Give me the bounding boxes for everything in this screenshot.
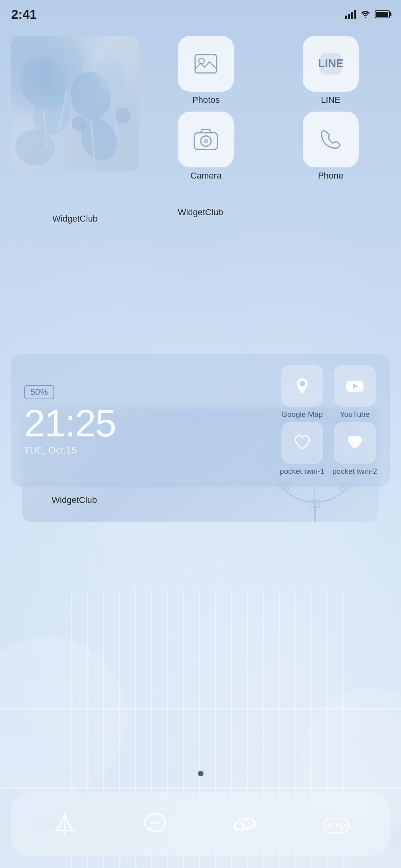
right-app-grid: Photos LINE LINE <box>147 36 390 181</box>
google-map-icon-widget[interactable] <box>281 365 323 407</box>
svg-text:LINE: LINE <box>318 57 344 69</box>
widgetclub-medium-label: WidgetClub <box>11 207 390 218</box>
dock-item-messages[interactable] <box>135 804 175 844</box>
page-dot-1 <box>198 771 203 776</box>
google-map-label: Google Map <box>281 410 323 419</box>
svg-rect-36 <box>195 55 217 73</box>
battery-icon <box>375 10 390 18</box>
clock-display: 21:25 <box>24 404 272 442</box>
time-widget-section: 50% 21:25 TUE, Oct.15 Google Map <box>11 354 390 505</box>
battery-percent-badge: 50% <box>24 385 54 399</box>
camera-icon <box>192 126 220 153</box>
youtube-icon-widget[interactable] <box>334 365 376 407</box>
line-icon: LINE <box>317 50 345 78</box>
svg-point-42 <box>203 139 208 143</box>
svg-point-68 <box>157 821 160 824</box>
phone-app-label: Phone <box>318 171 344 181</box>
app-item-photos[interactable]: Photos <box>147 36 265 105</box>
svg-point-35 <box>115 108 131 124</box>
svg-point-66 <box>150 821 153 824</box>
widgetclub-top-widget[interactable]: WidgetClub <box>11 36 139 171</box>
time-widget-card[interactable]: 50% 21:25 TUE, Oct.15 Google Map <box>11 354 390 487</box>
svg-point-58 <box>299 381 305 387</box>
wifi-icon <box>360 10 371 18</box>
svg-line-62 <box>57 821 62 831</box>
line-app-label: LINE <box>321 95 340 105</box>
messages-icon <box>141 810 170 839</box>
top-apps-section: WidgetClub Photos LINE <box>0 36 401 181</box>
svg-point-20 <box>365 17 366 18</box>
heart-outline-icon <box>291 432 313 454</box>
status-bar: 2:41 <box>0 0 401 24</box>
date-display: TUE, Oct.15 <box>24 445 272 456</box>
pocket-twin1-label: pocket twin-1 <box>280 467 324 476</box>
line-app-icon[interactable]: LINE <box>303 36 359 92</box>
pocket-twin2-icon-widget[interactable] <box>334 422 376 464</box>
camera-app-icon[interactable] <box>178 112 234 167</box>
svg-point-75 <box>340 822 343 825</box>
svg-point-34 <box>53 94 65 105</box>
page-indicator <box>0 771 401 776</box>
svg-point-78 <box>336 824 339 827</box>
phone-app-icon[interactable] <box>303 112 359 167</box>
widgetclub-bottom-label: WidgetClub <box>11 495 137 505</box>
pocket-twin1-icon-widget[interactable] <box>281 422 323 464</box>
svg-point-37 <box>199 58 204 64</box>
photos-app-icon[interactable] <box>178 36 234 92</box>
time-col: 50% 21:25 TUE, Oct.15 <box>24 385 272 456</box>
svg-line-32 <box>27 165 35 171</box>
photos-icon <box>192 50 220 78</box>
youtube-label: YouTube <box>340 410 370 419</box>
signal-icon <box>345 10 356 19</box>
heart-filled-icon <box>344 432 366 454</box>
app-col-right: YouTube pocket twin-2 <box>332 365 377 476</box>
appstore-icon <box>50 810 79 839</box>
dock-item-weather[interactable] <box>226 804 266 844</box>
photos-app-label: Photos <box>192 95 220 105</box>
youtube-icon <box>344 375 366 397</box>
map-pin-icon <box>291 375 313 397</box>
weather-icon <box>230 810 262 839</box>
camera-app-label: Camera <box>190 171 221 181</box>
app-item-phone[interactable]: Phone <box>272 112 390 181</box>
svg-point-67 <box>154 821 156 824</box>
svg-line-63 <box>67 821 73 831</box>
widgetclub-medium-widget[interactable]: · · · · · <box>11 203 390 218</box>
pocket-twin2-label: pocket twin-2 <box>332 467 377 476</box>
svg-point-33 <box>72 116 86 131</box>
dock-item-game[interactable] <box>316 804 356 844</box>
app-item-line[interactable]: LINE LINE <box>272 36 390 105</box>
svg-point-76 <box>344 824 347 827</box>
game-icon <box>320 810 352 839</box>
app-item-camera[interactable]: Camera <box>147 112 265 181</box>
phone-icon <box>317 126 345 153</box>
status-icons <box>345 10 390 19</box>
status-time: 2:41 <box>11 7 37 22</box>
widget-labels-row: WidgetClub <box>11 491 390 505</box>
app-col-left: Google Map pocket twin-1 <box>280 365 324 476</box>
dock <box>11 792 390 856</box>
dock-item-appstore[interactable] <box>45 804 85 844</box>
svg-point-77 <box>340 827 343 830</box>
